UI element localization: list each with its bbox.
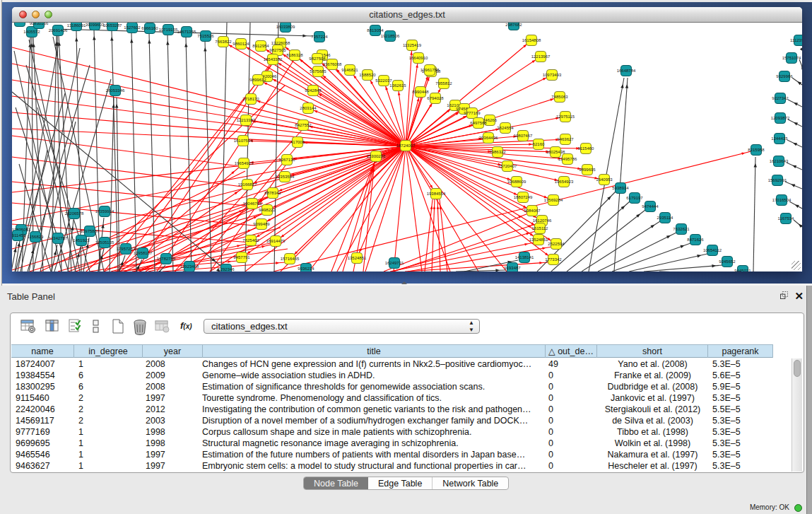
svg-text:17016504: 17016504 — [772, 198, 792, 202]
svg-text:16648784: 16648784 — [617, 69, 636, 73]
svg-text:9084067: 9084067 — [524, 209, 541, 213]
svg-text:9936214: 9936214 — [298, 267, 314, 271]
svg-text:9445021: 9445021 — [734, 269, 751, 271]
svg-text:9245652: 9245652 — [719, 259, 736, 264]
svg-text:1362615: 1362615 — [389, 83, 406, 88]
svg-text:2718170: 2718170 — [242, 97, 259, 101]
svg-text:13495786: 13495786 — [558, 157, 577, 161]
svg-text:16543382: 16543382 — [264, 57, 283, 62]
svg-text:7632621: 7632621 — [673, 227, 690, 231]
svg-text:8813054: 8813054 — [367, 28, 384, 33]
svg-text:12093872: 12093872 — [771, 116, 790, 120]
svg-text:5675685: 5675685 — [310, 69, 326, 74]
svg-text:9146821: 9146821 — [341, 68, 358, 72]
svg-text:10975887: 10975887 — [81, 229, 100, 233]
svg-text:1292346: 1292346 — [218, 267, 235, 271]
svg-text:7986322: 7986322 — [489, 150, 506, 154]
svg-text:16640910: 16640910 — [409, 56, 428, 60]
svg-text:10719155: 10719155 — [159, 28, 178, 32]
svg-text:6179197: 6179197 — [626, 196, 643, 200]
svg-text:7663822: 7663822 — [215, 40, 232, 44]
svg-text:8215958: 8215958 — [748, 148, 765, 152]
svg-text:1156829: 1156829 — [28, 235, 45, 239]
svg-text:9457791: 9457791 — [233, 255, 250, 259]
svg-text:14138141: 14138141 — [515, 255, 534, 259]
svg-text:10653287: 10653287 — [103, 23, 122, 28]
svg-text:1527602: 1527602 — [124, 25, 141, 30]
svg-text:19218506: 19218506 — [381, 34, 400, 38]
svg-text:8912954: 8912954 — [252, 44, 269, 48]
svg-text:1588520: 1588520 — [359, 73, 376, 77]
svg-text:16033809: 16033809 — [276, 25, 295, 29]
svg-text:16210643: 16210643 — [770, 159, 789, 163]
svg-text:10654112: 10654112 — [703, 248, 722, 252]
svg-text:11325419: 11325419 — [403, 43, 422, 47]
svg-text:8878342: 8878342 — [264, 191, 281, 195]
svg-text:1405572: 1405572 — [23, 30, 40, 34]
svg-text:417006: 417006 — [290, 140, 305, 144]
svg-text:23676068: 23676068 — [323, 62, 342, 66]
svg-text:8471626: 8471626 — [687, 238, 704, 242]
svg-text:2987682: 2987682 — [505, 23, 522, 27]
svg-text:9860124: 9860124 — [233, 42, 249, 46]
svg-text:15751074: 15751074 — [782, 56, 801, 60]
svg-text:39099603: 39099603 — [86, 23, 105, 27]
svg-text:8186328: 8186328 — [286, 53, 303, 57]
svg-text:16914479: 16914479 — [266, 239, 286, 243]
svg-text:12213383: 12213383 — [237, 118, 256, 122]
svg-text:12975115: 12975115 — [556, 115, 575, 119]
svg-text:62160: 62160 — [533, 142, 545, 146]
svg-text:12213967: 12213967 — [531, 54, 551, 59]
svg-text:19166827: 19166827 — [238, 182, 257, 187]
svg-text:6497568: 6497568 — [470, 121, 487, 125]
svg-text:10046766: 10046766 — [243, 201, 262, 206]
svg-text:19384554: 19384554 — [427, 192, 446, 196]
svg-text:10025438: 10025438 — [546, 150, 565, 154]
svg-text:9463627: 9463627 — [557, 137, 574, 141]
svg-text:18807249: 18807249 — [514, 195, 533, 199]
svg-text:12353594: 12353594 — [276, 175, 295, 179]
svg-text:9777169: 9777169 — [464, 111, 481, 115]
svg-text:9827508: 9827508 — [309, 57, 326, 61]
svg-text:9329966: 9329966 — [776, 74, 793, 78]
svg-text:19654923: 19654923 — [235, 161, 254, 165]
svg-text:9227342: 9227342 — [772, 96, 789, 100]
svg-text:1167534: 1167534 — [778, 216, 795, 221]
svg-text:20364436: 20364436 — [479, 136, 498, 140]
svg-text:10958107: 10958107 — [134, 251, 153, 255]
svg-text:15716465: 15716465 — [281, 257, 300, 261]
svg-text:8427552: 8427552 — [295, 123, 312, 127]
svg-text:10688609: 10688609 — [507, 180, 526, 184]
svg-text:25300235: 25300235 — [367, 154, 386, 158]
svg-text:9242848: 9242848 — [305, 88, 322, 93]
svg-text:12505135: 12505135 — [95, 240, 114, 245]
svg-text:26053346: 26053346 — [106, 88, 125, 93]
svg-text:6966160: 6966160 — [141, 26, 158, 30]
svg-text:7357224: 7357224 — [311, 35, 328, 39]
svg-text:2522594: 2522594 — [548, 242, 565, 246]
svg-text:9498222: 9498222 — [259, 208, 276, 212]
svg-text:90830166: 90830166 — [30, 23, 49, 25]
svg-text:9115460: 9115460 — [578, 146, 595, 151]
svg-text:2935114: 2935114 — [657, 216, 674, 220]
svg-text:17569284: 17569284 — [544, 198, 563, 202]
svg-text:11123944: 11123944 — [790, 38, 802, 42]
svg-text:16120746: 16120746 — [533, 218, 552, 223]
svg-text:5938914: 5938914 — [612, 186, 629, 190]
svg-text:12923468: 12923468 — [180, 264, 199, 269]
svg-text:13186091: 13186091 — [67, 23, 86, 28]
svg-text:19654923: 19654923 — [555, 180, 574, 184]
svg-text:9099489: 9099489 — [253, 222, 270, 226]
svg-text:20691406: 20691406 — [49, 28, 68, 33]
svg-text:9193487: 9193487 — [504, 266, 521, 270]
svg-text:52601815: 52601815 — [12, 23, 30, 23]
svg-text:10973493: 10973493 — [543, 73, 562, 77]
svg-text:2803144: 2803144 — [300, 106, 317, 110]
svg-text:18724007: 18724007 — [396, 144, 416, 148]
svg-text:1773342: 1773342 — [545, 257, 562, 262]
svg-text:16249731: 16249731 — [385, 261, 404, 265]
svg-text:16107554: 16107554 — [234, 139, 253, 143]
svg-text:5322037: 5322037 — [375, 78, 392, 83]
svg-text:7625402: 7625402 — [242, 238, 259, 243]
svg-text:9827505: 9827505 — [269, 48, 286, 52]
